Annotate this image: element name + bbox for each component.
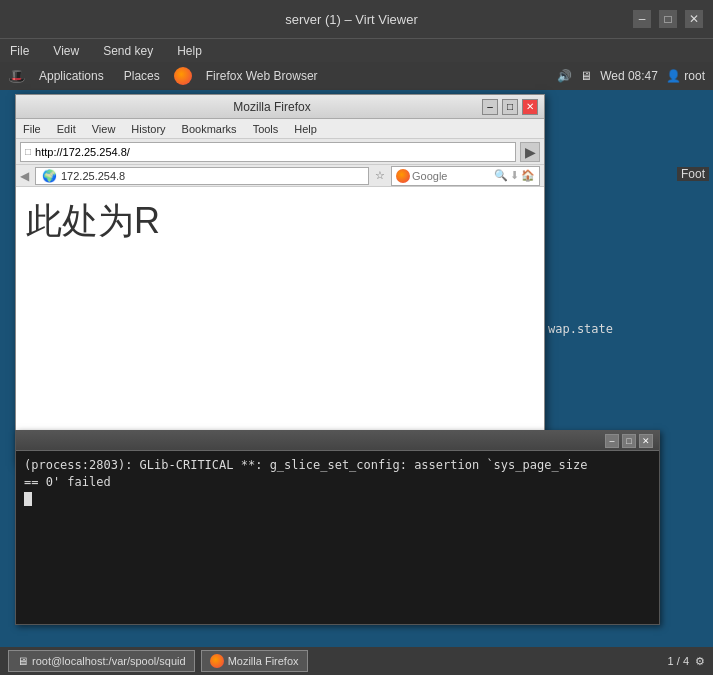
firefox-navbar: ◀ 🌍 172.25.254.8 ☆ 🔍 ⬇ 🏠 <box>16 165 544 187</box>
terminal-close-btn[interactable]: ✕ <box>639 434 653 448</box>
search-engine-icon <box>396 169 410 183</box>
globe-icon: 🌍 <box>42 169 57 183</box>
address-text: 172.25.254.8 <box>61 170 125 182</box>
url-bar[interactable]: □ <box>20 142 516 162</box>
ff-maximize-btn[interactable]: □ <box>502 99 518 115</box>
firefox-task-icon <box>210 654 224 668</box>
terminal-output: (process:2803): GLib-CRITICAL **: g_slic… <box>16 451 659 513</box>
ff-menu-edit[interactable]: Edit <box>54 122 79 136</box>
firefox-window-controls: – □ ✕ <box>482 99 538 115</box>
taskbar-right: 1 / 4 ⚙ <box>668 655 705 668</box>
ff-menu-help[interactable]: Help <box>291 122 320 136</box>
menu-view[interactable]: View <box>49 42 83 60</box>
search-icon[interactable]: 🔍 <box>494 169 508 182</box>
firefox-content: 此处为R <box>16 187 544 463</box>
redhat-icon: 🎩 <box>8 68 25 84</box>
app-menubar: File View Send key Help <box>0 38 713 62</box>
user-display: 👤 root <box>666 69 705 83</box>
places-menu[interactable]: Places <box>118 67 166 85</box>
gnome-panel-right: 🔊 🖥 Wed 08:47 👤 root <box>557 62 705 90</box>
page-indicator: 1 / 4 <box>668 655 689 667</box>
terminal-cursor <box>24 492 32 506</box>
network-icon: 🖥 <box>580 69 592 83</box>
virt-viewer-titlebar: server (1) – Virt Viewer – □ ✕ <box>0 0 713 38</box>
taskbar-terminal-item[interactable]: 🖥 root@localhost:/var/spool/squid <box>8 650 195 672</box>
terminal-titlebar: – □ ✕ <box>16 431 659 451</box>
search-bar[interactable]: 🔍 ⬇ 🏠 <box>391 166 540 186</box>
ff-close-btn[interactable]: ✕ <box>522 99 538 115</box>
sound-icon: 🔊 <box>557 69 572 83</box>
firefox-task-label: Mozilla Firefox <box>228 655 299 667</box>
ff-menu-history[interactable]: History <box>128 122 168 136</box>
menu-help[interactable]: Help <box>173 42 206 60</box>
menu-file[interactable]: File <box>6 42 33 60</box>
terminal-window: – □ ✕ (process:2803): GLib-CRITICAL **: … <box>15 430 660 625</box>
applications-menu[interactable]: Applications <box>33 67 110 85</box>
taskbar-items: 🖥 root@localhost:/var/spool/squid Mozill… <box>8 650 308 672</box>
firefox-titlebar: Mozilla Firefox – □ ✕ <box>16 95 544 119</box>
firefox-window: Mozilla Firefox – □ ✕ File Edit View His… <box>15 94 545 464</box>
terminal-controls: – □ ✕ <box>605 434 653 448</box>
window-controls: – □ ✕ <box>633 10 703 28</box>
back-icon[interactable]: ◀ <box>20 169 29 183</box>
page-content-text: 此处为R <box>26 200 160 241</box>
url-input[interactable] <box>35 146 511 158</box>
terminal-minimize-btn[interactable]: – <box>605 434 619 448</box>
terminal-maximize-btn[interactable]: □ <box>622 434 636 448</box>
gnome-panel-left: 🎩 Applications Places Firefox Web Browse… <box>8 67 324 85</box>
vm-display-area: 🎩 Applications Places Firefox Web Browse… <box>0 62 713 675</box>
bookmark-star[interactable]: ☆ <box>375 169 385 182</box>
ff-minimize-btn[interactable]: – <box>482 99 498 115</box>
right-side-text1: wap.state <box>548 322 613 336</box>
clock-display: Wed 08:47 <box>600 69 658 83</box>
terminal-text: (process:2803): GLib-CRITICAL **: g_slic… <box>24 458 588 489</box>
url-favicon: □ <box>25 146 31 157</box>
terminal-task-label: root@localhost:/var/spool/squid <box>32 655 186 667</box>
taskbar-firefox-item[interactable]: Mozilla Firefox <box>201 650 308 672</box>
menu-sendkey[interactable]: Send key <box>99 42 157 60</box>
ff-menu-view[interactable]: View <box>89 122 119 136</box>
terminal-task-icon: 🖥 <box>17 655 28 667</box>
search-input[interactable] <box>412 170 492 182</box>
close-button[interactable]: ✕ <box>685 10 703 28</box>
go-button[interactable]: ▶ <box>520 142 540 162</box>
maximize-button[interactable]: □ <box>659 10 677 28</box>
firefox-toolbar: □ ▶ <box>16 139 544 165</box>
gnome-top-panel: 🎩 Applications Places Firefox Web Browse… <box>0 62 713 90</box>
minimize-button[interactable]: – <box>633 10 651 28</box>
foot-label: Foot <box>677 167 709 181</box>
gnome-bottom-taskbar: 🖥 root@localhost:/var/spool/squid Mozill… <box>0 647 713 675</box>
ff-menu-file[interactable]: File <box>20 122 44 136</box>
firefox-launch-btn[interactable]: Firefox Web Browser <box>200 67 324 85</box>
firefox-panel-icon <box>174 67 192 85</box>
ff-menu-bookmarks[interactable]: Bookmarks <box>179 122 240 136</box>
address-display[interactable]: 🌍 172.25.254.8 <box>35 167 369 185</box>
firefox-menubar: File Edit View History Bookmarks Tools H… <box>16 119 544 139</box>
window-title: server (1) – Virt Viewer <box>70 12 633 27</box>
download-icon[interactable]: ⬇ <box>510 169 519 182</box>
taskbar-action-icon[interactable]: ⚙ <box>695 655 705 668</box>
ff-menu-tools[interactable]: Tools <box>250 122 282 136</box>
firefox-title: Mozilla Firefox <box>62 100 482 114</box>
home-icon[interactable]: 🏠 <box>521 169 535 182</box>
